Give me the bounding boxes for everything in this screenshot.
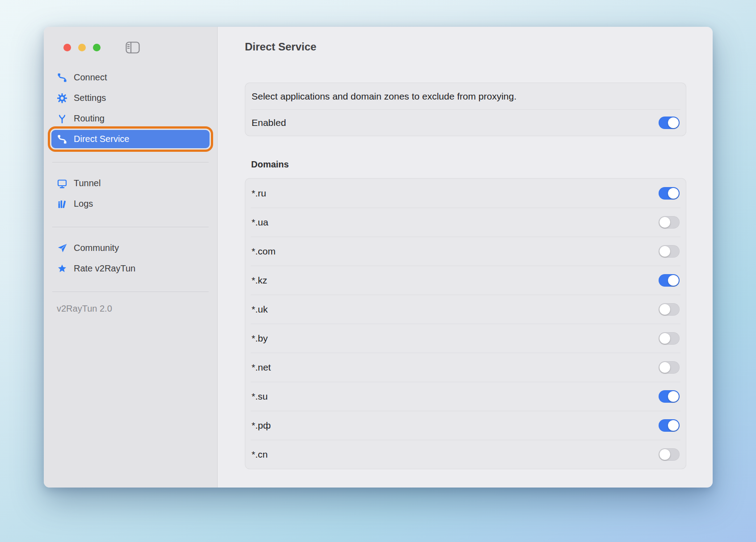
domain-toggle[interactable] — [659, 419, 680, 432]
sidebar-item-logs[interactable]: Logs — [51, 195, 210, 213]
paperplane-icon — [57, 243, 67, 254]
gear-icon — [57, 93, 67, 104]
domain-row: *.net — [245, 353, 686, 382]
branch-icon — [57, 113, 67, 124]
domain-row: *.su — [245, 382, 686, 411]
enabled-toggle[interactable] — [659, 117, 680, 129]
toggle-knob — [659, 217, 670, 228]
sidebar-divider — [52, 227, 209, 227]
close-button[interactable] — [63, 44, 71, 51]
domain-row: *.ua — [245, 208, 686, 237]
toggle-knob — [659, 246, 670, 257]
sidebar-toggle-icon[interactable] — [126, 42, 140, 54]
domain-toggle[interactable] — [659, 303, 680, 316]
domain-label: *.net — [252, 362, 271, 373]
domain-toggle[interactable] — [659, 361, 680, 374]
star-icon — [57, 263, 67, 274]
domain-label: *.uk — [252, 304, 268, 315]
toggle-knob — [659, 304, 670, 315]
enabled-row: Enabled — [245, 109, 686, 136]
domain-label: *.kz — [252, 275, 267, 286]
toggle-knob — [668, 275, 679, 286]
titlebar — [51, 43, 210, 52]
app-version-label: v2RayTun 2.0 — [57, 304, 210, 314]
toggle-knob — [659, 362, 670, 373]
domain-toggle[interactable] — [659, 390, 680, 403]
domain-label: *.com — [252, 246, 276, 257]
main-panel: Direct Service Select applications and d… — [218, 27, 713, 488]
domain-row: *.рф — [245, 411, 686, 440]
domain-row: *.com — [245, 237, 686, 266]
domain-row: *.uk — [245, 295, 686, 324]
sidebar-item-label: Tunnel — [74, 178, 101, 188]
domain-row: *.ru — [245, 179, 686, 208]
sidebar-item-label: Routing — [74, 113, 105, 124]
sidebar: Connect — [44, 27, 218, 488]
domain-toggle[interactable] — [659, 448, 680, 461]
domain-label: *.ru — [252, 188, 266, 199]
zoom-button[interactable] — [93, 44, 101, 51]
domains-card: *.ru *.ua *.com *.kz *.uk — [245, 178, 686, 469]
display-icon — [57, 178, 67, 189]
sidebar-item-label: Settings — [74, 93, 106, 103]
sidebar-item-label: Logs — [74, 199, 93, 209]
sidebar-divider — [52, 292, 209, 292]
sidebar-item-label: Direct Service — [74, 134, 129, 144]
books-icon — [57, 199, 67, 209]
direct-service-icon — [57, 134, 67, 145]
traffic-lights — [63, 44, 101, 51]
description-row: Select applications and domain zones to … — [245, 83, 686, 109]
general-card: Select applications and domain zones to … — [245, 83, 686, 136]
domain-toggle[interactable] — [659, 332, 680, 345]
sidebar-item-settings[interactable]: Settings — [51, 89, 210, 107]
domain-row: *.kz — [245, 266, 686, 295]
sidebar-item-connect[interactable]: Connect — [51, 68, 210, 87]
toggle-knob — [659, 449, 670, 460]
sidebar-nav: Connect — [51, 68, 210, 314]
domain-row: *.by — [245, 324, 686, 353]
enabled-label: Enabled — [252, 117, 286, 128]
domain-label: *.рф — [252, 420, 271, 431]
domain-label: *.su — [252, 391, 268, 402]
sidebar-item-label: Community — [74, 243, 119, 253]
domain-toggle[interactable] — [659, 245, 680, 258]
sidebar-divider — [52, 162, 209, 163]
toggle-knob — [659, 333, 670, 344]
domain-label: *.by — [252, 333, 268, 344]
domain-toggle[interactable] — [659, 274, 680, 287]
domains-section-header: Domains — [251, 159, 686, 170]
sidebar-item-routing[interactable]: Routing — [51, 109, 210, 128]
toggle-knob — [668, 391, 679, 402]
connect-icon — [57, 72, 67, 83]
domain-label: *.ua — [252, 217, 268, 228]
toggle-knob — [668, 420, 679, 431]
description-text: Select applications and domain zones to … — [252, 91, 517, 102]
app-window: Connect — [44, 27, 713, 488]
domain-toggle[interactable] — [659, 216, 680, 229]
sidebar-item-label: Rate v2RayTun — [74, 263, 135, 274]
domain-row: *.cn — [245, 440, 686, 469]
page-title: Direct Service — [245, 39, 686, 54]
domain-label: *.cn — [252, 449, 268, 460]
toggle-knob — [668, 188, 679, 199]
toggle-knob — [668, 117, 679, 128]
minimize-button[interactable] — [78, 44, 86, 51]
sidebar-item-rate[interactable]: Rate v2RayTun — [51, 259, 210, 278]
sidebar-item-direct-service[interactable]: Direct Service — [51, 130, 210, 148]
domain-toggle[interactable] — [659, 187, 680, 200]
sidebar-item-community[interactable]: Community — [51, 239, 210, 257]
sidebar-item-tunnel[interactable]: Tunnel — [51, 174, 210, 192]
sidebar-item-label: Connect — [74, 72, 107, 83]
